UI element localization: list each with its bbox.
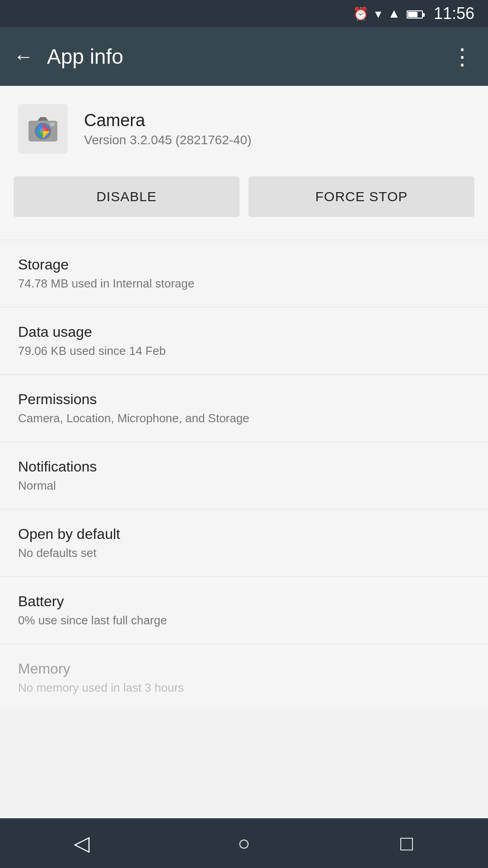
- data-usage-title: Data usage: [18, 324, 470, 340]
- app-details: Camera Version 3.2.045 (2821762-40): [84, 111, 252, 147]
- alarm-icon: ⏰: [353, 6, 369, 21]
- memory-section[interactable]: Memory No memory used in last 3 hours: [0, 644, 488, 711]
- open-by-default-title: Open by default: [18, 526, 470, 542]
- app-name: Camera: [84, 111, 252, 130]
- battery-icon-status: [407, 6, 423, 21]
- app-bar: ← App info ⋮: [0, 27, 488, 86]
- app-header: Camera Version 3.2.045 (2821762-40): [0, 86, 488, 176]
- app-version: Version 3.2.045 (2821762-40): [84, 133, 252, 147]
- camera-svg-icon: [25, 111, 61, 147]
- action-buttons: DISABLE FORCE STOP: [0, 176, 488, 240]
- app-icon: [18, 104, 68, 154]
- notifications-section[interactable]: Notifications Normal: [0, 442, 488, 509]
- status-bar: ⏰ ▾ ▲ 11:56: [0, 0, 488, 27]
- storage-section[interactable]: Storage 74.78 MB used in Internal storag…: [0, 240, 488, 307]
- battery-subtitle: 0% use since last full charge: [18, 613, 470, 627]
- status-time: 11:56: [434, 4, 474, 23]
- notifications-title: Notifications: [18, 458, 470, 475]
- permissions-title: Permissions: [18, 391, 470, 408]
- svg-rect-5: [50, 123, 55, 126]
- memory-subtitle: No memory used in last 3 hours: [18, 681, 470, 695]
- open-by-default-section[interactable]: Open by default No defaults set: [0, 509, 488, 576]
- wifi-icon: ▾: [375, 6, 381, 21]
- disable-button[interactable]: DISABLE: [14, 176, 239, 217]
- data-usage-section[interactable]: Data usage 79.06 KB used since 14 Feb: [0, 307, 488, 374]
- svg-point-4: [39, 127, 47, 135]
- status-icons: ⏰ ▾ ▲ 11:56: [353, 4, 474, 23]
- storage-subtitle: 74.78 MB used in Internal storage: [18, 277, 470, 291]
- permissions-section[interactable]: Permissions Camera, Location, Microphone…: [0, 375, 488, 442]
- force-stop-button[interactable]: FORCE STOP: [249, 176, 474, 217]
- notifications-subtitle: Normal: [18, 479, 470, 493]
- signal-icon: ▲: [388, 6, 400, 21]
- data-usage-subtitle: 79.06 KB used since 14 Feb: [18, 344, 470, 358]
- back-button[interactable]: ←: [14, 45, 33, 68]
- battery-section[interactable]: Battery 0% use since last full charge: [0, 577, 488, 644]
- storage-title: Storage: [18, 256, 470, 273]
- battery-title: Battery: [18, 593, 470, 610]
- nav-recents-button[interactable]: □: [384, 821, 429, 866]
- nav-home-button[interactable]: ○: [221, 821, 267, 866]
- memory-title: Memory: [18, 660, 470, 677]
- bottom-nav: ◁ ○ □: [0, 818, 488, 868]
- nav-back-button[interactable]: ◁: [59, 821, 104, 866]
- permissions-subtitle: Camera, Location, Microphone, and Storag…: [18, 411, 470, 425]
- more-options-button[interactable]: ⋮: [451, 43, 474, 70]
- open-by-default-subtitle: No defaults set: [18, 546, 470, 560]
- page-title: App info: [47, 44, 451, 69]
